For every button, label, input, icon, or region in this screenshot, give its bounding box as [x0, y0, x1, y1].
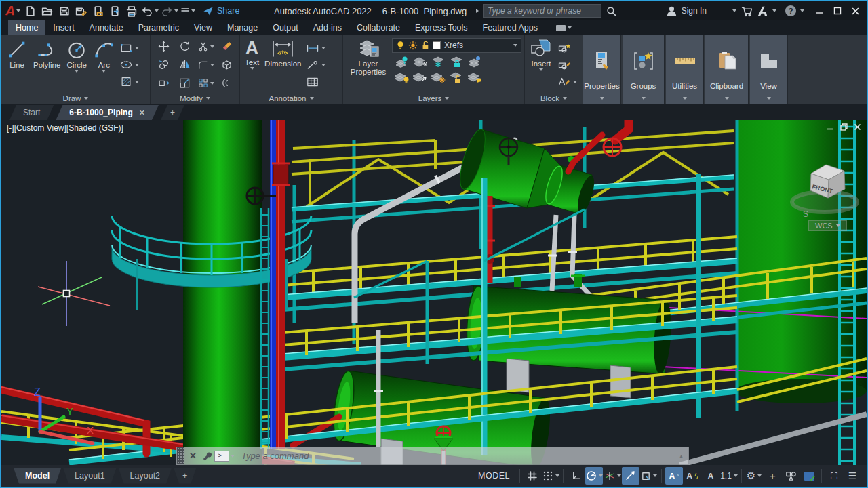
- ribbon-display-toggle[interactable]: [552, 20, 576, 35]
- panel-properties[interactable]: Properties: [583, 35, 621, 104]
- file-tab-drawing[interactable]: 6-B-1000_Piping ✕: [56, 105, 159, 120]
- hatch-button[interactable]: [119, 75, 139, 88]
- panel-groups[interactable]: Groups: [623, 35, 665, 104]
- file-tab-start[interactable]: Start: [9, 105, 54, 120]
- grid-display-toggle[interactable]: [524, 467, 541, 485]
- edit-attributes-button[interactable]: [557, 75, 577, 88]
- modify-trim-button[interactable]: [197, 41, 214, 52]
- graphics-performance-button[interactable]: ✓: [800, 467, 818, 485]
- layer-dropdown[interactable]: Xrefs: [392, 38, 521, 53]
- dimension-button[interactable]: Dimension: [262, 37, 303, 92]
- workspace-switching-button[interactable]: ⚙: [745, 467, 763, 485]
- clean-screen-button[interactable]: ⛶: [825, 467, 843, 485]
- modify-scale-button[interactable]: [178, 77, 191, 89]
- layer-match-button[interactable]: [467, 56, 483, 70]
- command-customize-wrench-icon[interactable]: [201, 451, 212, 461]
- tab-add-ins[interactable]: Add-ins: [306, 20, 349, 35]
- add-layout-button[interactable]: +: [174, 468, 196, 484]
- qat-customize-button[interactable]: [180, 3, 195, 19]
- layers-panel-label[interactable]: Layers: [343, 92, 524, 104]
- clean-screen-crosshair-button[interactable]: ＋: [764, 467, 781, 485]
- ellipse-button[interactable]: [119, 58, 139, 71]
- open-from-web-button[interactable]: [90, 3, 105, 19]
- plot-button[interactable]: [124, 3, 139, 19]
- polyline-button[interactable]: Polyline: [31, 37, 62, 92]
- modify-offset-button[interactable]: [220, 77, 233, 89]
- object-snap-toggle[interactable]: [640, 467, 658, 485]
- modify-fillet-button[interactable]: [197, 59, 214, 70]
- ucs-icon[interactable]: Z Y X: [28, 388, 103, 464]
- layer-properties-button[interactable]: Layer Properties: [346, 37, 391, 92]
- command-history-icon[interactable]: ▴: [679, 452, 683, 460]
- search-icon[interactable]: [606, 5, 617, 17]
- modify-explode-button[interactable]: [220, 58, 233, 71]
- modify-mirror-button[interactable]: [178, 58, 191, 71]
- table-button[interactable]: [306, 75, 326, 88]
- help-search-input[interactable]: [483, 4, 601, 18]
- modify-move-button[interactable]: [157, 40, 170, 53]
- new-drawing-button[interactable]: [22, 3, 37, 19]
- command-drag-handle[interactable]: [177, 447, 184, 464]
- save-as-button[interactable]: [73, 3, 88, 19]
- tab-home[interactable]: Home: [8, 20, 45, 35]
- tab-insert[interactable]: Insert: [45, 20, 81, 35]
- tab-output[interactable]: Output: [265, 20, 306, 35]
- autodesk-dropdown[interactable]: [772, 9, 776, 12]
- viewport-restore-icon[interactable]: [840, 123, 848, 131]
- viewport-controls-label[interactable]: [-][Custom View][Shaded (GSF)]: [7, 123, 123, 133]
- annotation-autoscale-toggle[interactable]: Aϟ: [684, 467, 701, 485]
- layout-tab-layout2[interactable]: Layout2: [119, 468, 172, 484]
- modify-copy-button[interactable]: [157, 58, 170, 71]
- search-flyout-icon[interactable]: [476, 9, 479, 13]
- layer-freeze-snowflake-button[interactable]: [430, 56, 446, 70]
- tab-view[interactable]: View: [186, 20, 220, 35]
- close-file-tab-icon[interactable]: ✕: [139, 108, 145, 117]
- autodesk-logo-icon[interactable]: [757, 6, 768, 16]
- help-icon[interactable]: ?: [785, 5, 796, 16]
- layer-unlock-all-button[interactable]: [448, 71, 465, 85]
- modify-panel-label[interactable]: Modify: [151, 92, 239, 104]
- isolate-objects-button[interactable]: [782, 467, 800, 485]
- linear-dimension-button[interactable]: [306, 41, 326, 54]
- viewcube[interactable]: FRONT S: [788, 157, 867, 218]
- layer-isolate-button[interactable]: [393, 56, 410, 70]
- modify-array-button[interactable]: [197, 77, 214, 89]
- customization-button[interactable]: ☰: [844, 467, 861, 485]
- save-to-web-button[interactable]: [107, 3, 122, 19]
- layer-thaw-all-button[interactable]: [430, 71, 446, 85]
- create-block-button[interactable]: [557, 41, 577, 54]
- sign-in-dropdown[interactable]: [732, 9, 736, 12]
- draw-panel-label[interactable]: Draw: [1, 92, 150, 104]
- leader-button[interactable]: [306, 58, 326, 71]
- tab-express-tools[interactable]: Express Tools: [408, 20, 475, 35]
- layer-off-button[interactable]: [393, 71, 410, 85]
- arc-button[interactable]: Arc: [91, 37, 117, 92]
- annotation-panel-label[interactable]: Annotation: [240, 92, 342, 104]
- drawing-viewport[interactable]: [-][Custom View][Shaded (GSF)] FRONT S W…: [1, 120, 867, 465]
- command-line[interactable]: ✕ >_ ▴: [176, 447, 689, 465]
- layout-tab-model[interactable]: Model: [14, 468, 61, 484]
- share-button[interactable]: Share: [203, 6, 239, 16]
- app-menu-button[interactable]: A: [5, 3, 20, 19]
- modify-erase-button[interactable]: [220, 40, 233, 53]
- circle-button[interactable]: Circle: [64, 37, 90, 92]
- snap-mode-toggle[interactable]: [542, 467, 559, 485]
- layer-change-button[interactable]: [467, 71, 483, 85]
- edit-block-button[interactable]: [557, 58, 577, 71]
- layer-lock-button[interactable]: [448, 56, 465, 70]
- undo-button[interactable]: [141, 3, 159, 19]
- panel-clipboard[interactable]: Clipboard: [705, 35, 749, 104]
- layout-tab-layout1[interactable]: Layout1: [63, 468, 116, 484]
- app-store-cart-icon[interactable]: [741, 5, 753, 17]
- annotation-scale-button[interactable]: 1:1: [720, 467, 738, 485]
- viewport-minimize-icon[interactable]: [827, 123, 834, 131]
- tab-parametric[interactable]: Parametric: [131, 20, 186, 35]
- help-dropdown[interactable]: [800, 9, 804, 12]
- block-panel-label[interactable]: Block: [525, 92, 583, 104]
- panel-view[interactable]: View: [750, 35, 788, 104]
- line-button[interactable]: Line: [4, 37, 30, 92]
- redo-button[interactable]: [161, 3, 178, 19]
- object-snap-tracking-toggle[interactable]: [622, 467, 639, 485]
- wcs-menu[interactable]: WCS: [808, 220, 847, 231]
- sign-in-button[interactable]: Sign In: [682, 6, 707, 16]
